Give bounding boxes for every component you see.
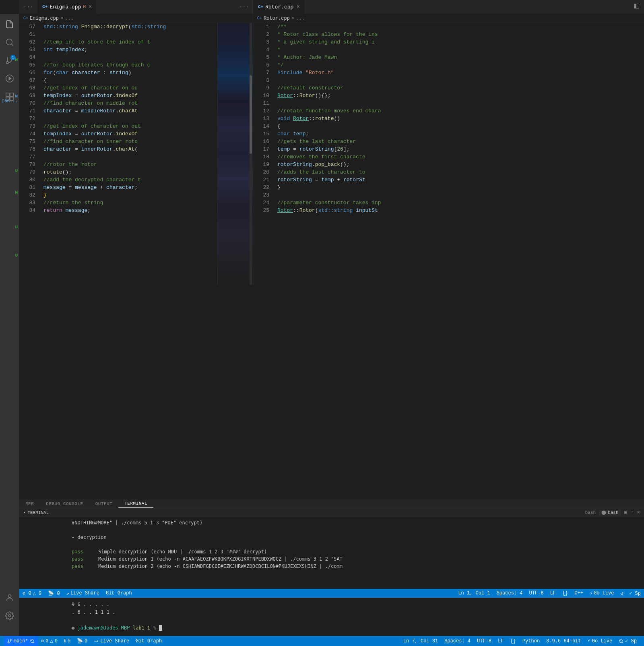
tab-rotor-label: Rotor.cpp (265, 4, 293, 10)
right-line-1: 1 /** (253, 23, 644, 31)
status-gitgraph[interactable]: Git Graph (132, 636, 165, 646)
status-golive[interactable]: ⚡ Go Live (584, 636, 616, 646)
right-line-18: 18 //removes the first characte (253, 153, 644, 161)
panel-tab-output[interactable]: OUTPUT (89, 499, 119, 508)
status-branch[interactable]: main* (4, 636, 38, 646)
inner-status-errors[interactable]: ⊘ 0 △ 0 (19, 590, 45, 596)
inner-status-prettier[interactable]: ↺ ✓ Sp (617, 590, 644, 596)
sidebar-icon-debug[interactable] (2, 70, 18, 87)
status-spaces-label: Spaces: 4 (444, 638, 471, 644)
breadcrumb-left-icon: C+ (23, 16, 28, 21)
sidebar-letter-m1: M (0, 58, 19, 62)
right-line-5: 5 * Author: Jade Mawn (253, 54, 644, 61)
inner-status-spaces[interactable]: Spaces: 4 (493, 590, 526, 596)
status-ln-col-label: Ln 7, Col 31 (403, 638, 438, 644)
tab-enigma-icon: C+ (42, 4, 47, 9)
terminal-content[interactable]: #NOTHING#MORE" | ./comms 5 1 3 "POE" enc… (19, 517, 644, 572)
tab-enigma-close[interactable]: × (89, 4, 92, 10)
status-ln-col[interactable]: Ln 7, Col 31 (400, 636, 441, 646)
content-area: ··· C+ Enigma.cpp M × ··· C+ Rotor.cpp × (19, 0, 644, 646)
status-liveshare[interactable]: Live Share (91, 636, 132, 646)
right-tab-bar: C+ Rotor.cpp × (253, 0, 644, 14)
terminal-close-button[interactable]: × (637, 509, 640, 516)
breadcrumb-right-file[interactable]: Rotor.cpp (264, 16, 290, 21)
breadcrumb-left-file[interactable]: Enigma.cpp (30, 16, 59, 21)
right-line-24: 24 //parameter constructor takes inp (253, 199, 644, 207)
status-encoding-label: UTF-8 (477, 638, 491, 644)
status-prettier[interactable]: ✓ Sp (615, 636, 640, 646)
status-version[interactable]: 3.9.6 64-bit (543, 636, 584, 646)
left-tab-more[interactable]: ··· (235, 4, 253, 10)
inner-status-eol[interactable]: LF (547, 590, 559, 596)
right-line-20: 20 //adds the last character to (253, 168, 644, 176)
panel-tab-terminal[interactable]: TERMINAL (118, 499, 153, 508)
inner-status-gitgraph[interactable]: Git Graph (103, 590, 135, 596)
status-braces[interactable]: {} (507, 636, 519, 646)
inner-status-lang[interactable]: C++ (571, 590, 586, 596)
terminal-line-7: pass Medium decryption 2 (echo -n CSHIAW… (72, 563, 640, 570)
panel-tab-debug-console[interactable]: DEBUG CONSOLE (40, 499, 89, 508)
right-line-19: 19 rotorString.pop_back(); (253, 161, 644, 168)
status-info-count: 5 (68, 638, 70, 644)
right-line-25: 25 Rotor::Rotor(std::string inputSt (253, 207, 644, 214)
status-language[interactable]: Python (519, 636, 543, 646)
breadcrumb-row: C+ Enigma.cpp > ... C+ Rotor.cpp > ... (19, 14, 644, 23)
tab-rotor-close[interactable]: × (296, 4, 299, 10)
sidebar-letter-u2: U (0, 225, 19, 230)
bottom-line-4: ● jademawn@Jades-MBP lab1-1 % (72, 624, 640, 632)
status-signal[interactable]: 📡 0 (74, 636, 91, 646)
status-warning-count: 0 (55, 638, 58, 644)
panel-tabs: RER DEBUG CONSOLE OUTPUT TERMINAL (19, 499, 644, 508)
breadcrumb-left-more[interactable]: ... (65, 16, 74, 21)
inner-status-signal[interactable]: 📡 0 (45, 590, 63, 596)
inner-liveshare-label: Live Share (70, 590, 99, 596)
inner-status-golive[interactable]: ⚡ Go Live (586, 590, 617, 596)
left-overflow-menu[interactable]: ··· (19, 0, 37, 14)
sidebar-letter-u1: U (0, 168, 19, 173)
terminal-area: ▾ TERMINAL bash bash ⊞ + × #NOTHING#MORE… (19, 508, 644, 589)
status-info[interactable]: ℹ 5 (61, 636, 74, 646)
editor-left: 57 std::string Enigma::decrypt(std::stri… (19, 23, 253, 285)
status-encoding[interactable]: UTF-8 (474, 636, 495, 646)
svg-point-12 (8, 615, 11, 617)
main-status-bar: main* ⊘ 0 △ 0 ℹ 5 📡 0 Live Share (0, 636, 644, 646)
terminal-split-button[interactable]: ⊞ (624, 509, 627, 516)
status-spaces[interactable]: Spaces: 4 (441, 636, 474, 646)
code-area-right[interactable]: 1 /** 2 * Rotor class allows for the ins… (253, 23, 644, 285)
right-line-7: 7 #include "Rotor.h" (253, 69, 644, 77)
tab-rotor[interactable]: C+ Rotor.cpp × (253, 0, 305, 14)
sidebar-letter-n: N [SS... (0, 94, 19, 104)
terminal-line-2 (72, 526, 640, 534)
right-line-16: 16 //gets the last character (253, 138, 644, 145)
split-editor-icon[interactable] (630, 3, 644, 11)
tab-enigma-label: Enigma.cpp (50, 4, 81, 10)
sidebar-icon-search[interactable] (2, 34, 18, 50)
right-line-14: 14 { (253, 122, 644, 130)
tab-enigma-modified: M (83, 4, 86, 9)
editor-right: 1 /** 2 * Rotor class allows for the ins… (253, 23, 644, 285)
bottom-line-3 (72, 616, 640, 624)
terminal-add-button[interactable]: + (630, 509, 634, 516)
minimap-scrollbar-thumb[interactable] (250, 75, 252, 154)
status-error-count: 0 (45, 638, 48, 644)
terminal-line-1: #NOTHING#MORE" | ./comms 5 1 3 "POE" enc… (72, 519, 640, 526)
inner-status-encoding[interactable]: UTF-8 (526, 590, 547, 596)
inner-status-ln-col[interactable]: Ln 1, Col 1 (455, 590, 493, 596)
tab-enigma[interactable]: C+ Enigma.cpp M × (37, 0, 97, 14)
sidebar-icon-accounts[interactable] (2, 590, 18, 606)
sidebar-icon-files[interactable] (2, 16, 18, 32)
main-layout: 1 M N [SS... U M U U ··· (0, 0, 644, 646)
inner-status-liveshare[interactable]: ↗ Live Share (63, 590, 103, 596)
sidebar-icon-settings[interactable] (2, 608, 18, 624)
terminal-line-5: pass Simple decryption (echo NDU | ./com… (72, 548, 640, 555)
status-errors[interactable]: ⊘ 0 △ 0 (38, 636, 61, 646)
panel-tab-rer[interactable]: RER (19, 499, 40, 508)
breadcrumb-right-more[interactable]: ... (296, 16, 305, 21)
terminal-title-label: TERMINAL (27, 510, 49, 515)
inner-status-braces[interactable]: {} (559, 590, 571, 596)
terminal-shell-badge[interactable]: bash (599, 510, 621, 516)
terminal-header: ▾ TERMINAL bash bash ⊞ + × (19, 508, 644, 517)
right-line-13: 13 void Rotor::rotate() (253, 115, 644, 122)
status-eol[interactable]: LF (495, 636, 507, 646)
status-eol-label: LF (498, 638, 504, 644)
